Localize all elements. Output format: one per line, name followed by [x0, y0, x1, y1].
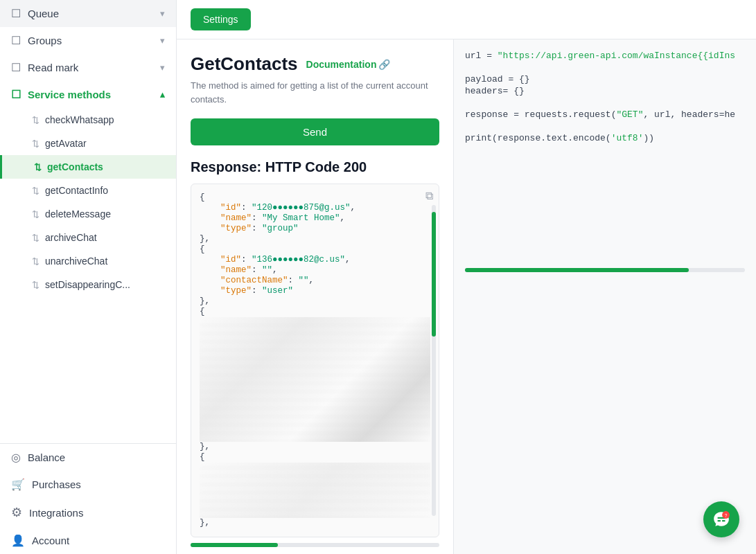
main-content: Settings GetContacts Documentation 🔗 The… [177, 0, 756, 554]
method-title: GetContacts [191, 53, 298, 75]
sidebar-item-label: Purchases [32, 479, 81, 490]
sidebar-sub-item-label: getContactInfo [45, 185, 108, 196]
integrations-icon: ⚙ [11, 505, 22, 520]
method-icon: ⇅ [34, 162, 42, 172]
purchases-icon: 🛒 [11, 478, 25, 491]
method-icon: ⇅ [32, 233, 39, 243]
method-title-row: GetContacts Documentation 🔗 [191, 53, 439, 75]
method-icon: ⇅ [32, 138, 39, 149]
code-line [465, 98, 745, 108]
json-line: "name": "", [200, 265, 430, 275]
json-line: { [200, 244, 430, 254]
chat-icon: ? [712, 510, 730, 528]
json-line: }, [200, 518, 430, 528]
sidebar-sub-item-label: checkWhatsapp [45, 114, 114, 125]
sidebar-sub-item-set-disappearing[interactable]: ⇅ setDisappearingC... [0, 273, 176, 296]
sidebar-sub-item-get-avatar[interactable]: ⇅ getAvatar [0, 132, 176, 155]
sidebar-item-integrations[interactable]: ⚙ Integrations [0, 498, 176, 527]
sidebar-item-label: Queue [28, 8, 59, 19]
json-line: }, [200, 442, 430, 452]
left-panel-inner: GetContacts Documentation 🔗 The method i… [177, 39, 453, 554]
json-line: { [200, 193, 430, 202]
code-line [465, 121, 745, 132]
folder-icon: ☐ [11, 88, 21, 101]
code-scrollbar[interactable] [465, 268, 745, 272]
sidebar-sub-item-unarchive-chat[interactable]: ⇅ unarchiveChat [0, 249, 176, 273]
response-scrollbar[interactable] [191, 543, 439, 547]
json-line: "id": "136●●●●●●82@c.us", [200, 255, 430, 265]
sidebar-item-balance[interactable]: ◎ Balance [0, 444, 176, 471]
copy-button[interactable]: ⧉ [425, 190, 433, 202]
json-line: "type": "user" [200, 286, 430, 296]
code-line: headers= {} [465, 86, 745, 96]
method-icon: ⇅ [32, 280, 39, 290]
sidebar-item-purchases[interactable]: 🛒 Purchases [0, 471, 176, 498]
sidebar-sub-item-delete-message[interactable]: ⇅ deleteMessage [0, 202, 176, 226]
account-icon: 👤 [11, 534, 25, 547]
json-line: }, [200, 296, 430, 306]
sidebar-sub-item-label: getAvatar [45, 138, 87, 149]
folder-icon: ☐ [11, 34, 21, 47]
method-icon: ⇅ [32, 209, 39, 220]
chat-fab-button[interactable]: ? [703, 501, 739, 537]
chevron-down-icon: ▾ [160, 35, 165, 46]
code-line: payload = {} [465, 74, 745, 84]
left-panel: GetContacts Documentation 🔗 The method i… [177, 39, 454, 554]
sidebar-sub-item-archive-chat[interactable]: ⇅ archiveChat [0, 226, 176, 249]
sidebar-item-read-mark[interactable]: ☐ Read mark ▾ [0, 54, 176, 81]
method-description: The method is aimed for getting a list o… [191, 79, 439, 106]
doc-link-label: Documentation [306, 59, 377, 70]
sidebar-sub-item-label: deleteMessage [45, 208, 111, 220]
json-line: }, [200, 234, 430, 244]
chevron-down-icon: ▾ [160, 62, 165, 73]
json-line: "contactName": "", [200, 276, 430, 285]
method-icon: ⇅ [32, 115, 39, 125]
code-line: print(response.text.encode('utf8')) [465, 133, 745, 143]
folder-icon: ☐ [11, 7, 21, 20]
balance-icon: ◎ [11, 451, 21, 464]
sidebar-item-queue[interactable]: ☐ Queue ▾ [0, 0, 176, 27]
json-line: "id": "120●●●●●●875@g.us", [200, 203, 430, 213]
topbar: Settings [177, 0, 756, 39]
method-icon: ⇅ [32, 256, 39, 267]
sidebar-sub-item-label: getContacts [47, 161, 103, 172]
documentation-link[interactable]: Documentation 🔗 [306, 59, 391, 70]
sidebar-sub-item-get-contacts[interactable]: ⇅ getContacts [0, 155, 176, 179]
response-scrollbar-thumb [191, 543, 278, 547]
json-line: { [200, 307, 430, 316]
send-button[interactable]: Send [191, 118, 439, 145]
sidebar-item-account[interactable]: 👤 Account [0, 527, 176, 554]
code-scrollbar-thumb [465, 268, 689, 272]
sidebar-item-groups[interactable]: ☐ Groups ▾ [0, 27, 176, 54]
response-title: Response: HTTP Code 200 [191, 159, 439, 175]
json-line: "type": "group" [200, 224, 430, 233]
sidebar-item-label: Groups [28, 35, 62, 46]
svg-text:?: ? [725, 513, 728, 518]
sidebar-sub-item-label: archiveChat [45, 232, 97, 243]
code-line [465, 62, 745, 73]
sidebar-item-label: Account [32, 535, 69, 546]
method-icon: ⇅ [32, 186, 39, 196]
sidebar-sub-item-check-whatsapp[interactable]: ⇅ checkWhatsapp [0, 108, 176, 132]
sidebar: ☐ Queue ▾ ☐ Groups ▾ ☐ Read mark ▾ ☐ Ser… [0, 0, 177, 554]
json-line: { [200, 452, 430, 462]
sidebar-item-label: Integrations [29, 507, 83, 519]
json-line: "name": "My Smart Home", [200, 213, 430, 223]
link-icon: 🔗 [378, 59, 390, 70]
content-area: GetContacts Documentation 🔗 The method i… [177, 39, 756, 554]
settings-button[interactable]: Settings [191, 8, 251, 30]
sidebar-sub-item-get-contact-info[interactable]: ⇅ getContactInfo [0, 179, 176, 202]
right-panel: url = "https://api.green-api.com/waInsta… [454, 39, 756, 554]
chevron-up-icon: ▴ [160, 89, 165, 100]
response-box: ⧉ { "id": "120●●●●●●875@g.us", "name": "… [191, 184, 439, 537]
sidebar-section-label: Service methods [28, 89, 111, 100]
sidebar-sub-item-label: unarchiveChat [45, 256, 107, 267]
sidebar-item-label: Balance [28, 452, 65, 463]
code-line: response = requests.request("GET", url, … [465, 109, 745, 120]
sidebar-sub-item-label: setDisappearingC... [45, 279, 130, 290]
sidebar-item-service-methods[interactable]: ☐ Service methods ▴ [0, 81, 176, 108]
sidebar-item-label: Read mark [28, 62, 78, 73]
code-line: url = "https://api.green-api.com/waInsta… [465, 51, 745, 61]
folder-icon: ☐ [11, 61, 21, 74]
chevron-down-icon: ▾ [160, 8, 165, 19]
